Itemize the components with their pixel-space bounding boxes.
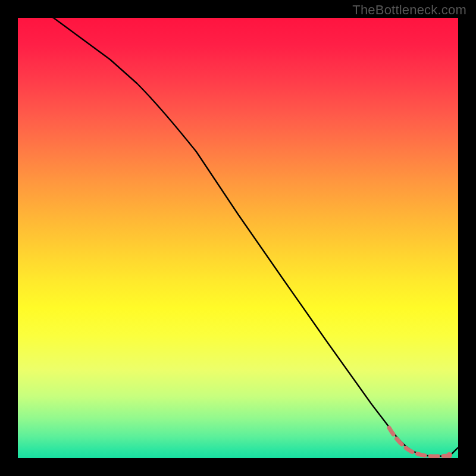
chart-svg [18,18,458,458]
highlight-end-dot [446,452,452,458]
chart-frame: TheBottleneck.com [0,0,476,476]
plot-area [18,18,458,458]
highlight-dashed [389,428,449,456]
watermark-text: TheBottleneck.com [352,2,466,18]
curve-line [18,18,458,456]
